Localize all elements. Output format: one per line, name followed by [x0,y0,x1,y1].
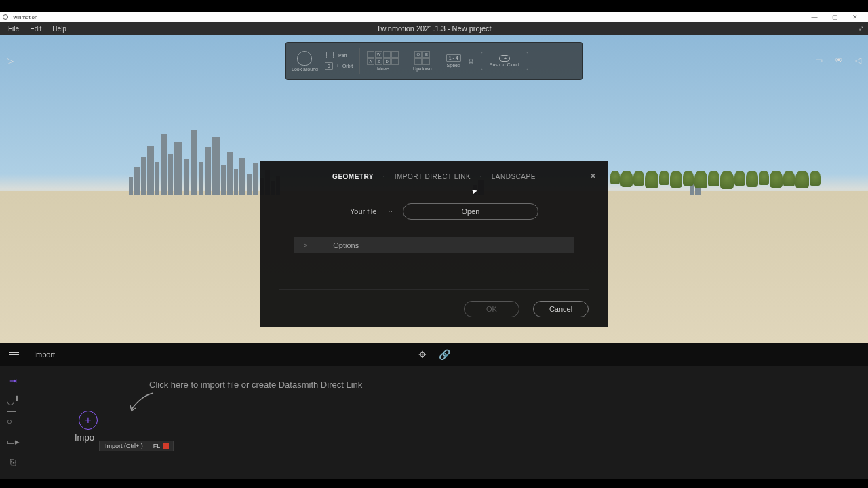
menu-edit[interactable]: Edit [24,25,47,33]
tool-context-icon[interactable]: —○— [7,416,19,426]
tool-export-icon[interactable]: ⎘ [7,457,19,466]
viewport-3d[interactable]: ▷ ▭ 👁 ◁ Look around ┆ ┆ Pan 9 + Or [0,35,868,343]
lower-panel: ⇥ ◡╹ —○— ▭▸ ⎘ Click here to import file … [0,366,868,479]
tab-import-direct-link[interactable]: IMPORT DIRECT LINK [395,173,471,180]
chevron-right-icon: > [304,242,307,249]
document-title: Twinmotion 2021.1.3 - New project [376,24,491,33]
import-add-button[interactable]: + [79,411,98,430]
cancel-button[interactable]: Cancel [533,301,589,317]
dialog-close-icon[interactable]: ✕ [589,171,597,181]
open-file-button[interactable]: Open [403,203,538,220]
import-label-truncated: Impo [75,432,94,443]
eye-visibility-icon[interactable]: 👁 [835,56,843,65]
hint-arrow-icon [127,392,155,415]
ok-button[interactable]: OK [464,301,519,317]
menubar: File Edit Help Twinmotion 2021.1.3 - New… [0,22,868,35]
import-dialog: GEOMETRY · IMPORT DIRECT LINK · LANDSCAP… [260,161,608,327]
dock-bar: Import ✥ 🔗 [0,343,868,366]
import-tooltip: Import (Ctrl+I) FL [99,441,174,451]
navigation-hud: Look around ┆ ┆ Pan 9 + Orbit W [285,42,583,80]
tab-landscape[interactable]: LANDSCAPE [492,173,536,180]
dock-breadcrumb[interactable]: Import [34,350,55,359]
hud-speed-label: Speed [447,63,460,68]
hud-pan-label: Pan [338,53,347,58]
tooltip-key: FL [153,443,161,449]
options-label: Options [333,241,359,249]
link-icon[interactable]: 🔗 [439,349,450,360]
twinmotion-logo-icon [3,14,8,20]
your-file-label: Your file [350,207,376,216]
tooltip-record-icon [163,443,169,449]
hud-settings-icon[interactable]: ⚙ [468,58,474,65]
cloud-upload-icon [499,55,510,62]
hud-move-label: Move [377,66,389,71]
window-minimize-button[interactable]: — [804,12,825,22]
hud-orbit-label: Orbit [342,64,353,68]
window-maximize-button[interactable]: ▢ [825,12,845,22]
push-to-cloud-button[interactable]: Push to Cloud [481,52,528,70]
tooltip-text: Import (Ctrl+I) [99,441,149,451]
aspect-ratio-icon[interactable]: ▭ [815,56,823,65]
panel-toggle-icon[interactable]: ◁ [855,56,861,65]
fullscreen-icon[interactable]: ⤢ [859,25,864,32]
side-toolbar: ⇥ ◡╹ —○— ▭▸ ⎘ [7,375,19,466]
hud-move-keys: W A S D [367,51,399,65]
hud-look-label: Look around [292,67,318,72]
move-gizmo-icon[interactable]: ✥ [418,349,427,360]
tool-media-icon[interactable]: ▭▸ [7,436,19,446]
os-titlebar: Twinmotion — ▢ ✕ [0,12,868,22]
window-close-button[interactable]: ✕ [845,12,865,22]
menu-file[interactable]: File [3,25,24,33]
import-hint-text: Click here to import file or create Data… [149,380,854,390]
hamburger-menu-icon[interactable] [9,352,19,357]
tab-geometry[interactable]: GEOMETRY [332,173,374,180]
mouse-look-icon [297,51,312,66]
menu-help[interactable]: Help [47,25,72,33]
tool-terrain-icon[interactable]: ◡╹ [7,396,19,405]
hud-updown-label: Up/down [413,66,432,71]
file-options-icon[interactable]: ··· [386,208,393,215]
hud-orbit-key: 9 [325,62,333,70]
hud-speed-value: 1 - 4 [446,54,461,62]
os-app-name: Twinmotion [10,14,37,20]
hud-updown-keys: Q E [414,51,430,65]
tool-import-icon[interactable]: ⇥ [7,375,19,385]
options-expander[interactable]: > Options [294,237,574,253]
play-icon[interactable]: ▷ [7,56,14,66]
